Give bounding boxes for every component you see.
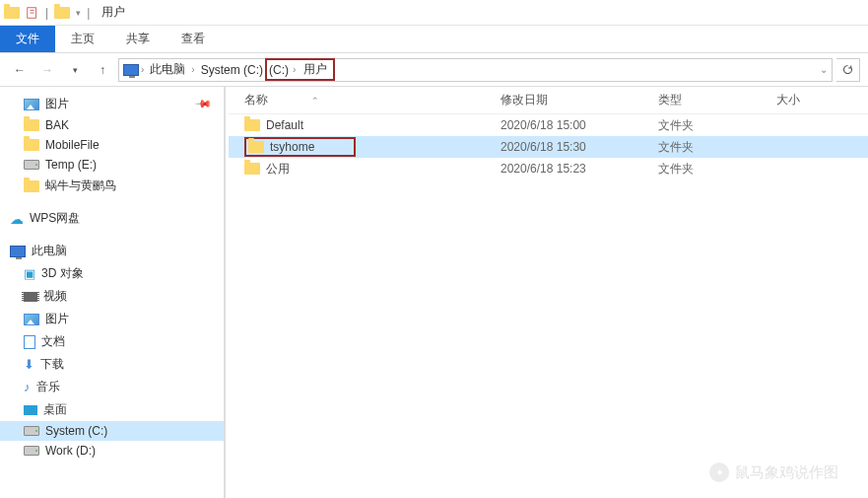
highlight-box: (C:) › 用户 — [265, 58, 335, 81]
tree-label: MobileFile — [45, 138, 100, 152]
tree-item-pc-child[interactable]: ▣3D 对象 — [0, 262, 224, 285]
folder-icon — [244, 163, 260, 175]
tree-label: 文档 — [41, 333, 65, 350]
qat-folder-icon[interactable] — [54, 7, 70, 19]
tree-item-quick[interactable]: BAK — [0, 115, 224, 135]
tree-item-wps[interactable]: ☁ WPS网盘 — [0, 207, 224, 230]
qat-separator: | — [45, 6, 48, 20]
chevron-right-icon[interactable]: › — [191, 64, 194, 75]
highlight-box: tsyhome — [244, 137, 356, 157]
tree-label: 桌面 — [43, 401, 67, 418]
pictures-icon — [24, 99, 39, 110]
tree-item-pc-child[interactable]: System (C:) — [0, 421, 224, 441]
column-label: 名称 — [244, 92, 268, 108]
tree-label: 下载 — [40, 356, 64, 373]
drive-icon — [24, 160, 39, 170]
pictures-icon — [24, 314, 39, 325]
content-pane: 名称 ⌃ 修改日期 类型 大小 Default2020/6/18 15:00文件… — [229, 87, 868, 498]
breadcrumb-label: System (C:) — [201, 63, 263, 77]
file-type: 文件夹 — [652, 139, 770, 156]
music-icon: ♪ — [24, 380, 31, 394]
tree-item-quick[interactable]: 蜗牛与黄鹂鸟 — [0, 175, 224, 197]
3d-objects-icon: ▣ — [24, 266, 35, 281]
breadcrumb-label: 用户 — [303, 61, 327, 78]
qat-separator: | — [87, 6, 90, 20]
file-date: 2020/6/18 15:23 — [495, 162, 652, 176]
tree-item-pc-child[interactable]: Work (D:) — [0, 441, 224, 461]
nav-up-button[interactable]: ↑ — [91, 58, 114, 82]
tree-label: 图片 — [45, 96, 69, 112]
chevron-right-icon[interactable]: › — [141, 64, 144, 75]
tree-item-this-pc[interactable]: 此电脑 — [0, 240, 224, 262]
qat-dropdown-icon[interactable]: ▾ — [76, 8, 81, 18]
file-name: 公用 — [266, 161, 290, 178]
breadcrumb-item[interactable]: 用户 — [300, 61, 331, 78]
pin-icon: 📌 — [193, 95, 212, 113]
ribbon: 文件 主页 共享 查看 — [0, 26, 868, 53]
column-headers: 名称 ⌃ 修改日期 类型 大小 — [229, 87, 868, 114]
folder-icon — [4, 7, 20, 19]
column-type[interactable]: 类型 — [652, 92, 770, 108]
tree-label: WPS网盘 — [30, 210, 80, 227]
nav-back-button[interactable]: ← — [8, 58, 32, 82]
tab-view[interactable]: 查看 — [166, 26, 221, 52]
tab-home[interactable]: 主页 — [55, 26, 110, 52]
file-name: tsyhome — [270, 140, 314, 154]
breadcrumb-item[interactable]: (C:) — [269, 63, 289, 77]
cloud-icon: ☁ — [10, 211, 24, 227]
tree-label: 此电脑 — [32, 243, 67, 259]
tab-share[interactable]: 共享 — [110, 26, 166, 52]
chevron-right-icon[interactable]: › — [293, 64, 296, 75]
file-date: 2020/6/18 15:00 — [495, 118, 652, 132]
navigation-pane[interactable]: 图片📌BAKMobileFileTemp (E:)蜗牛与黄鹂鸟 ☁ WPS网盘 … — [0, 87, 225, 498]
document-icon — [24, 335, 35, 349]
column-name[interactable]: 名称 ⌃ — [238, 92, 495, 108]
tree-label: 3D 对象 — [41, 265, 84, 282]
file-name: Default — [266, 118, 303, 132]
watermark: ✦ 鼠马象鸡说作图 — [709, 462, 838, 482]
explorer-body: 图片📌BAKMobileFileTemp (E:)蜗牛与黄鹂鸟 ☁ WPS网盘 … — [0, 87, 868, 498]
nav-forward-button[interactable]: → — [35, 58, 59, 82]
qat-properties-icon[interactable] — [26, 6, 39, 20]
nav-recent-dropdown[interactable]: ▾ — [63, 58, 87, 82]
folder-icon — [24, 180, 39, 192]
breadcrumb-item[interactable]: 此电脑 — [146, 61, 189, 78]
tree-item-pc-child[interactable]: 图片 — [0, 308, 224, 330]
tree-label: BAK — [45, 118, 69, 132]
download-icon: ⬇ — [24, 357, 34, 372]
pc-icon — [123, 64, 139, 76]
watermark-text: 鼠马象鸡说作图 — [735, 463, 838, 482]
tree-label: System (C:) — [45, 424, 107, 438]
column-date[interactable]: 修改日期 — [495, 92, 652, 108]
tree-item-quick[interactable]: 图片📌 — [0, 93, 224, 115]
folder-icon — [24, 139, 39, 151]
tree-item-pc-child[interactable]: ♪音乐 — [0, 376, 224, 398]
navbar: ← → ▾ ↑ › 此电脑 › System (C:) (C:) › 用户 ⌄ — [0, 53, 868, 87]
breadcrumb-item[interactable]: System (C:) — [197, 63, 263, 77]
column-size[interactable]: 大小 — [770, 92, 849, 108]
file-row[interactable]: tsyhome2020/6/18 15:30文件夹 — [229, 136, 868, 158]
desktop-icon — [24, 405, 37, 415]
tree-item-pc-child[interactable]: 桌面 — [0, 398, 224, 421]
address-bar[interactable]: › 此电脑 › System (C:) (C:) › 用户 ⌄ — [118, 58, 833, 82]
tree-label: 音乐 — [36, 379, 60, 395]
sort-arrow-icon: ⌃ — [311, 96, 319, 106]
refresh-button[interactable] — [836, 58, 860, 82]
tree-item-pc-child[interactable]: ⬇下载 — [0, 353, 224, 376]
file-date: 2020/6/18 15:30 — [495, 140, 652, 154]
tree-item-pc-child[interactable]: 文档 — [0, 330, 224, 353]
address-dropdown-icon[interactable]: ⌄ — [820, 64, 828, 75]
file-type: 文件夹 — [652, 117, 770, 134]
pc-icon — [10, 246, 26, 257]
video-icon — [24, 292, 37, 302]
wechat-icon: ✦ — [709, 462, 729, 482]
tree-item-pc-child[interactable]: 视频 — [0, 285, 224, 308]
file-list[interactable]: Default2020/6/18 15:00文件夹tsyhome2020/6/1… — [229, 114, 868, 498]
breadcrumb-label: 此电脑 — [150, 61, 185, 78]
titlebar: | ▾ | 用户 — [0, 0, 868, 26]
file-row[interactable]: 公用2020/6/18 15:23文件夹 — [229, 158, 868, 179]
tree-item-quick[interactable]: MobileFile — [0, 135, 224, 155]
tab-file[interactable]: 文件 — [0, 26, 55, 52]
file-row[interactable]: Default2020/6/18 15:00文件夹 — [229, 114, 868, 136]
tree-item-quick[interactable]: Temp (E:) — [0, 155, 224, 175]
